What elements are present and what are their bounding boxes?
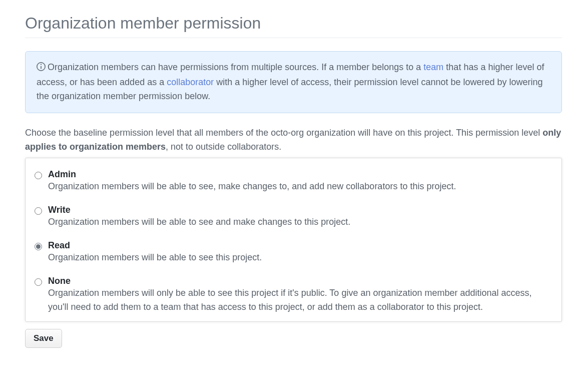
option-none[interactable]: None Organization members will only be a…: [35, 274, 552, 314]
flash-text-pre: Organization members can have permission…: [48, 62, 423, 72]
radio-write[interactable]: [35, 207, 42, 215]
option-admin[interactable]: Admin Organization members will be able …: [35, 167, 552, 203]
team-link[interactable]: team: [423, 62, 443, 72]
permission-options-box: Admin Organization members will be able …: [25, 158, 562, 321]
info-flash: Organization members can have permission…: [25, 51, 562, 113]
intro-pre: Choose the baseline permission level tha…: [25, 128, 542, 138]
intro-post: , not to outside collaborators.: [166, 142, 281, 152]
option-write[interactable]: Write Organization members will be able …: [35, 203, 552, 238]
option-admin-title: Admin: [48, 169, 552, 180]
option-admin-desc: Organization members will be able to see…: [48, 181, 456, 191]
option-read-title: Read: [48, 240, 552, 251]
option-none-desc: Organization members will only be able t…: [48, 288, 532, 312]
option-write-title: Write: [48, 205, 552, 215]
intro-text: Choose the baseline permission level tha…: [25, 126, 562, 154]
radio-none[interactable]: [35, 278, 42, 286]
radio-admin[interactable]: [35, 172, 42, 179]
option-read-desc: Organization members will be able to see…: [48, 252, 262, 262]
option-write-desc: Organization members will be able to see…: [48, 217, 350, 227]
page-title: Organization member permission: [25, 14, 562, 38]
option-none-title: None: [48, 276, 552, 286]
info-icon: [37, 62, 46, 76]
radio-read[interactable]: [35, 243, 42, 250]
title-divider: [25, 38, 562, 38]
option-read[interactable]: Read Organization members will be able t…: [35, 238, 552, 274]
collaborator-link[interactable]: collaborator: [167, 77, 214, 87]
save-button[interactable]: Save: [25, 329, 62, 348]
